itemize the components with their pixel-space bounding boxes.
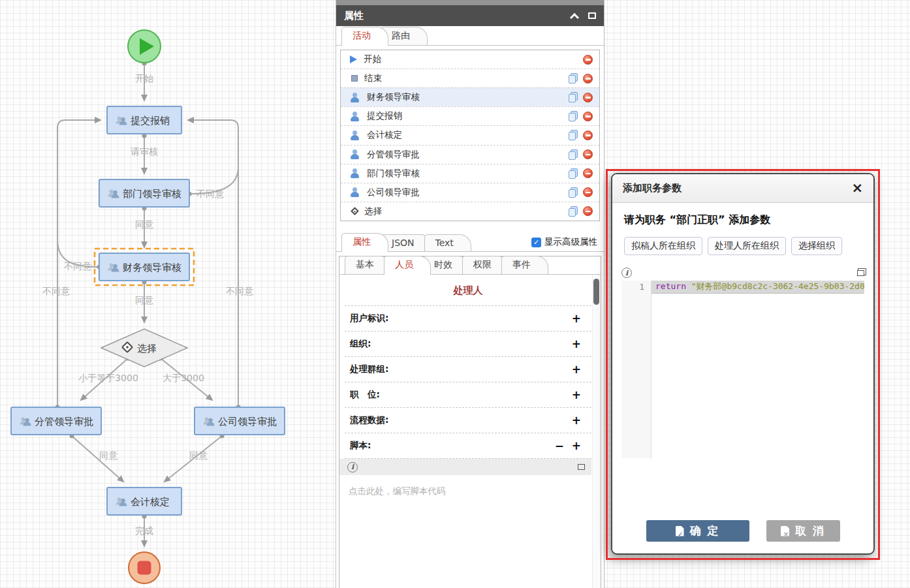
copy-icon[interactable] [568,111,578,121]
remove-icon[interactable] [583,168,593,178]
copy-icon[interactable] [568,206,578,217]
activity-row[interactable]: 公司领导审批 [341,183,599,202]
node-start[interactable] [128,30,161,63]
node-submit[interactable]: 提交报销 [107,106,181,134]
node-branch-approve[interactable]: 分管领导审批 [11,407,101,435]
dialog-footer: 确 定 取 消 [612,520,873,542]
add-icon[interactable] [572,364,581,375]
copy-icon[interactable] [568,168,578,179]
add-icon[interactable] [572,415,581,426]
string-token: "财务部@b9cd8c2c-3062-4e25-9b03-2d06 [691,281,864,291]
collapse-icon[interactable] [570,12,579,22]
copy-icon[interactable] [568,187,578,198]
stop-icon [138,561,151,575]
add-icon[interactable] [572,339,581,350]
edge-company-disagree-return [188,120,238,407]
code-area[interactable]: return "财务部@b9cd8c2c-3062-4e25-9b03-2d06 [651,281,864,458]
tab-event[interactable]: 事件 [501,256,548,274]
add-icon[interactable] [572,313,581,324]
stop-icon [351,75,358,82]
flow-canvas[interactable]: 开始 提交报销 请审核 部门领导审核 不同意 同意 财务领导审核 [0,0,336,588]
activity-row[interactable]: 选择 [341,202,599,221]
remove-icon[interactable] [583,149,593,159]
activity-row-selected[interactable]: 财务领导审核 [341,87,599,106]
node-dept-review[interactable]: 部门领导审核 [99,179,189,207]
edge-label: 大于3000 [163,373,204,383]
activity-label: 财务领导审核 [367,91,420,103]
activity-label: 结束 [364,72,382,84]
close-icon[interactable]: × [851,181,863,195]
svg-text:会计核定: 会计核定 [131,496,170,508]
activity-row[interactable]: 部门领导审核 [341,164,599,183]
edge-label: 不同意 [226,286,253,296]
tab-text[interactable]: Text [424,234,471,251]
remove-icon[interactable] [583,131,593,140]
activity-row[interactable]: 分管领导审批 [341,145,599,164]
activity-label: 提交报销 [367,110,402,122]
svg-text:提交报销: 提交报销 [131,115,170,127]
edge-label: 请审核 [131,146,158,157]
doc-check-icon [676,526,684,536]
edge-label: 不同意 [42,286,70,296]
edge-label: 小于等于3000 [78,373,138,383]
node-choice[interactable]: 选择 [101,329,187,367]
activity-row[interactable]: 开始 [341,50,599,69]
start-label: 开始 [135,73,153,84]
copy-icon[interactable] [568,149,578,160]
advanced-props-toggle[interactable]: 显示高级属性 [531,236,597,248]
popout-icon[interactable] [578,464,585,470]
remove-icon[interactable] [583,206,593,216]
select-org-button[interactable]: 选择组织 [791,237,842,255]
handler-content: 处理人 用户标识: 组织: 处理群组: 职 位: [339,275,601,588]
remove-icon[interactable] [583,93,593,102]
activity-row[interactable]: 提交报销 [341,106,599,125]
field-label: 流程数据: [350,414,388,426]
choice-icon [351,208,359,216]
remove-icon[interactable] [583,187,593,197]
activity-label: 会计核定 [367,129,402,141]
cancel-label: 取 消 [795,523,825,538]
edge-label: 同意 [99,450,118,461]
ok-label: 确 定 [690,523,720,538]
field-row-script: 脚本: [345,433,591,459]
edge-label: 不同意 [196,189,224,199]
remove-icon[interactable] [583,74,593,84]
activity-row[interactable]: 结束 [341,69,599,87]
drafter-org-button[interactable]: 拟稿人所在组织 [624,237,702,255]
handler-org-button[interactable]: 处理人所在组织 [708,237,786,255]
cancel-button[interactable]: 取 消 [766,520,840,542]
remove-icon[interactable] [583,112,593,121]
node-finance-review[interactable]: 财务领导审核 [99,253,189,281]
remove-icon[interactable] [555,441,564,452]
ok-button[interactable]: 确 定 [646,520,749,542]
activity-row[interactable]: 会计核定 [341,125,599,144]
remove-icon[interactable] [583,55,593,65]
advanced-props-label: 显示高级属性 [544,236,597,248]
user-icon [350,168,360,178]
param-buttons: 拟稿人所在组织 处理人所在组织 选择组织 [624,237,862,255]
svg-text:公司领导审批: 公司领导审批 [218,416,277,427]
code-line: return "财务部@b9cd8c2c-3062-4e25-9b03-2d06 [651,281,864,294]
node-company-approve[interactable]: 公司领导审批 [195,407,285,435]
tab-activity[interactable]: 活动 [341,27,388,46]
maximize-icon[interactable] [588,12,596,19]
copy-icon[interactable] [568,73,578,84]
add-icon[interactable] [572,441,581,452]
field-row-process-data: 流程数据: [345,408,591,433]
field-row-user-id: 用户标识: [345,306,591,332]
tab-personnel[interactable]: 人员 [384,256,431,275]
add-icon[interactable] [572,390,581,401]
copy-icon[interactable] [568,92,578,102]
field-label: 用户标识: [350,313,388,324]
checkbox-checked-icon[interactable] [531,238,541,247]
tab-props[interactable]: 属性 [341,233,388,252]
code-editor[interactable]: 1 return "财务部@b9cd8c2c-3062-4e25-9b03-2d… [621,265,864,458]
popout-icon[interactable] [857,270,864,276]
node-accounting[interactable]: 会计核定 [107,487,181,515]
scrollbar-thumb[interactable] [593,279,599,305]
scrollbar-track[interactable] [592,275,601,588]
script-editor-area[interactable]: 点击此处，编写脚本代码 [339,475,601,497]
keyword-token: return [655,281,686,291]
node-end[interactable] [129,552,160,583]
copy-icon[interactable] [568,130,578,140]
